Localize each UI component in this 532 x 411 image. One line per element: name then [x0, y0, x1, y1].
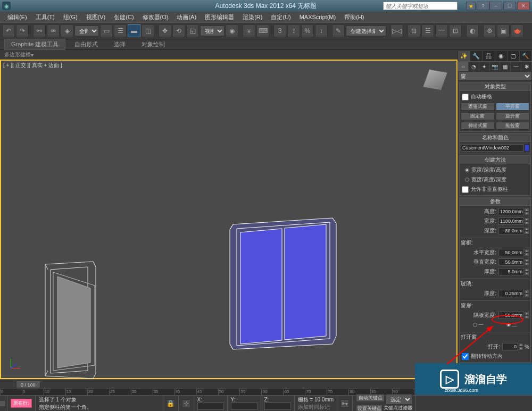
motion-tab[interactable]: ◉ [495, 51, 508, 61]
redo-button[interactable]: ↷ [16, 24, 29, 37]
link-button[interactable]: ⚯ [33, 24, 46, 37]
unlink-button[interactable]: ⚮ [47, 24, 60, 37]
casement-two-radio[interactable] [506, 323, 511, 327]
window-crossing-button[interactable]: ◫ [142, 24, 154, 37]
menu-create[interactable]: 创建(C) [110, 12, 138, 22]
open-pct-spinner[interactable] [502, 343, 518, 350]
set-key-mode-button[interactable]: 设置关键点 [356, 405, 383, 411]
lights-subtab[interactable]: ✦ [479, 62, 490, 71]
menu-rendering[interactable]: 渲染(R) [238, 12, 267, 22]
snap-toggle-button[interactable]: 3 [273, 24, 286, 37]
selection-filter-dropdown[interactable]: 全部 [74, 26, 99, 36]
app-icon[interactable]: ◉ [2, 2, 11, 10]
select-rotate-button[interactable]: ⟲ [172, 24, 185, 37]
layers-button[interactable]: ☱ [421, 24, 434, 37]
casement-window-button[interactable]: 平开窗 [496, 103, 530, 111]
flip-swing-checkbox[interactable] [462, 353, 469, 360]
allow-nonvert-checkbox[interactable] [462, 186, 469, 193]
ribbon-tab-graphite[interactable]: Graphite 建模工具 [4, 39, 65, 50]
viewport[interactable]: [ + ][ 正交 ][ 真实 + 边面 ] [0, 60, 458, 379]
select-move-button[interactable]: ✥ [159, 24, 171, 37]
object-name-input[interactable] [461, 144, 523, 152]
auto-key-button[interactable]: 自动关键点 [356, 394, 385, 402]
select-object-button[interactable]: ▭ [100, 24, 113, 37]
spinner-up[interactable]: ▴ [524, 208, 529, 212]
awning-window-button[interactable]: 遮篷式窗 [461, 103, 495, 111]
favorites-icon[interactable]: ★ [466, 2, 476, 10]
menu-group[interactable]: 组(G) [59, 12, 82, 22]
helpers-subtab[interactable]: ▦ [500, 62, 511, 71]
menu-help[interactable]: 帮助(H) [340, 12, 368, 22]
height-spinner[interactable] [498, 208, 524, 215]
key-target-dropdown[interactable]: 选定对象 [386, 394, 412, 405]
auto-grid-checkbox[interactable] [462, 94, 469, 100]
glass-th-spinner[interactable] [498, 290, 524, 297]
minimize-button[interactable]: ─ [489, 2, 502, 10]
menu-views[interactable]: 视图(V) [82, 12, 110, 22]
frame-vw-spinner[interactable] [498, 258, 524, 266]
render-production-button[interactable]: 🫖 [511, 24, 523, 37]
menu-tools[interactable]: 工具(T) [31, 12, 59, 22]
help-search-input[interactable] [383, 2, 458, 10]
spacewarps-subtab[interactable]: 〰 [511, 62, 521, 71]
edit-named-sel-button[interactable]: ✎ [332, 24, 345, 37]
undo-button[interactable]: ↶ [2, 24, 15, 37]
maxscript-mini-listener-button[interactable] [0, 401, 5, 406]
manipulate-button[interactable]: ⚹ [243, 24, 255, 37]
close-button[interactable]: ✕ [517, 2, 530, 10]
spinner-snap-button[interactable]: ↕ [315, 24, 328, 37]
select-by-name-button[interactable]: ☰ [114, 24, 127, 37]
bind-button[interactable]: ◈ [61, 24, 73, 37]
projected-window-button[interactable]: 伸出式窗 [461, 122, 495, 130]
named-selset-dropdown[interactable]: 创建选择集 [346, 26, 386, 36]
rendered-frame-button[interactable]: ▣ [497, 24, 510, 37]
viewcube[interactable] [426, 70, 447, 91]
casement-one-radio[interactable] [473, 323, 477, 327]
coord-system-dropdown[interactable]: 视图 [200, 26, 225, 36]
creation-radio-wdh[interactable] [465, 168, 469, 172]
ribbon-tab-selection[interactable]: 选择 [107, 39, 132, 50]
frame-hw-spinner[interactable] [498, 249, 524, 256]
width-spinner[interactable] [498, 217, 524, 225]
menu-modifiers[interactable]: 修改器(O) [138, 12, 173, 22]
cameras-subtab[interactable]: 📷 [490, 62, 501, 71]
modify-tab[interactable]: 🔧 [470, 51, 483, 61]
create-tab[interactable]: ✨ [458, 51, 470, 61]
select-region-rect-button[interactable]: ▬ [128, 24, 140, 37]
menu-maxscript[interactable]: MAXScript(M) [295, 13, 340, 21]
select-scale-button[interactable]: ◱ [186, 24, 199, 37]
fixed-window-button[interactable]: 固定窗 [461, 112, 495, 120]
time-slider-handle[interactable]: 0 / 100 [16, 381, 40, 388]
mirror-button[interactable]: ▷◁ [390, 24, 403, 37]
transform-type-button[interactable]: ⊹ [182, 399, 190, 408]
render-setup-button[interactable]: ⚙ [483, 24, 496, 37]
window-object-selected[interactable] [229, 214, 340, 352]
percent-snap-button[interactable]: % [301, 24, 314, 37]
door-object[interactable] [43, 259, 106, 381]
viewport-label[interactable]: [ + ][ 正交 ][ 真实 + 边面 ] [3, 62, 62, 69]
ribbon-subpanel[interactable]: 多边形建模 ▾ [0, 50, 532, 60]
schematic-view-button[interactable]: ⊡ [449, 24, 462, 37]
depth-spinner[interactable] [498, 227, 524, 234]
menu-grapheditors[interactable]: 图形编辑器 [201, 12, 238, 22]
hierarchy-tab[interactable]: 品 [483, 51, 495, 61]
category-dropdown[interactable]: 窗 [458, 71, 532, 81]
utilities-tab[interactable]: 🔨 [520, 51, 532, 61]
material-editor-button[interactable]: ◐ [466, 24, 479, 37]
menu-animation[interactable]: 动画(A) [172, 12, 201, 22]
pivoted-window-button[interactable]: 旋开窗 [496, 112, 530, 120]
frame-th-spinner[interactable] [498, 268, 524, 275]
spinner-down[interactable]: ▾ [524, 212, 529, 215]
display-tab[interactable]: 🖵 [508, 51, 520, 61]
script-line-indicator[interactable]: 所在行: [11, 399, 32, 408]
angle-snap-button[interactable]: ⟟ [287, 24, 300, 37]
object-color-swatch[interactable] [525, 144, 529, 152]
menu-edit[interactable]: 编辑(E) [3, 12, 31, 22]
help-dropdown[interactable]: ? [477, 2, 489, 10]
add-time-tag[interactable]: 添加时间标记 [298, 404, 334, 411]
curve-editor-button[interactable]: 〰 [435, 24, 448, 37]
time-slider-bar[interactable]: 0 / 100 [0, 379, 458, 389]
ribbon-tab-freeform[interactable]: 自由形式 [68, 39, 105, 50]
creation-radio-whd[interactable] [465, 178, 469, 182]
pivot-center-button[interactable]: ◉ [226, 24, 238, 37]
